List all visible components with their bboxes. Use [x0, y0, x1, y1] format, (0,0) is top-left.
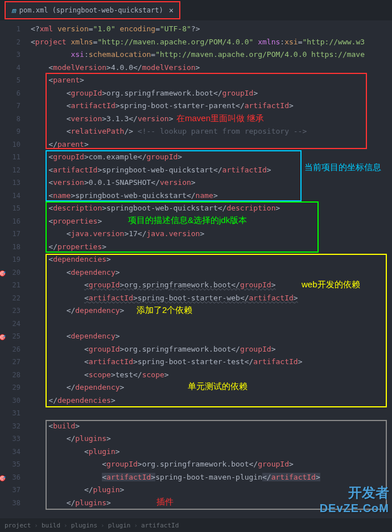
line-number: 30 — [0, 394, 28, 407]
code-line[interactable]: <artifactId>spring-boot-starter-web</art… — [31, 292, 392, 305]
line-number: 21 — [0, 279, 28, 292]
line-number: 1 — [0, 23, 28, 36]
breadcrumb-separator-icon: › — [101, 522, 105, 529]
line-number: 34 — [0, 446, 28, 459]
line-number: 28 — [0, 369, 28, 382]
code-line[interactable] — [31, 407, 392, 420]
line-number: 2 — [0, 36, 28, 49]
code-line[interactable]: <groupId>com.example</groupId> — [31, 151, 392, 164]
code-line[interactable]: <groupId>org.springframework.boot</group… — [31, 458, 392, 471]
code-line[interactable]: <artifactId>spring-boot-maven-plugin</ar… — [31, 471, 392, 484]
breadcrumb-item[interactable]: project — [5, 522, 31, 529]
line-number: 6 — [0, 87, 28, 100]
code-line[interactable] — [31, 317, 392, 331]
code-line[interactable]: <modelVersion>4.0.0</modelVersion> — [31, 61, 392, 75]
code-line[interactable]: <groupId>org.springframework.boot</group… — [31, 279, 392, 292]
breadcrumb-item[interactable]: plugin — [108, 522, 131, 529]
code-line[interactable]: </dependency> — [31, 304, 392, 317]
code-line[interactable]: xsi:schemaLocation="http://maven.apache.… — [31, 48, 392, 61]
line-number: 23 — [0, 304, 28, 317]
line-number: 38 — [0, 497, 28, 510]
line-number: 16 — [0, 215, 28, 228]
line-number: 5 — [0, 74, 28, 87]
line-number: 25🎯 — [0, 330, 28, 343]
line-number: 10 — [0, 138, 28, 151]
file-tab[interactable]: m pom.xml (springboot-web-quickstart) × — [5, 1, 180, 19]
tab-bar: m pom.xml (springboot-web-quickstart) × — [0, 0, 392, 20]
line-number: 36🎯 — [0, 471, 28, 484]
breadcrumb-separator-icon: › — [64, 522, 68, 529]
code-line[interactable]: </plugins> — [31, 432, 392, 446]
line-number: 19 — [0, 253, 28, 266]
code-line[interactable]: </plugins> — [31, 497, 392, 510]
code-line[interactable]: </properties> — [31, 241, 392, 254]
code-line[interactable]: <version>0.0.1-SNAPSHOT</version> — [31, 176, 392, 189]
line-number: 35 — [0, 458, 28, 471]
code-line[interactable]: </plugin> — [31, 484, 392, 497]
code-line[interactable]: <description>springboot-web-quickstart</… — [31, 202, 392, 215]
gutter-marker-icon: 🎯 — [0, 267, 6, 281]
code-line[interactable]: <project xmlns="http://maven.apache.org/… — [31, 36, 392, 49]
code-line[interactable]: <java.version>17</java.version> — [31, 228, 392, 241]
code-line[interactable]: <dependency> — [31, 266, 392, 279]
line-number: 15 — [0, 202, 28, 215]
code-content[interactable]: 在maven里面叫做 继承 当前项目的坐标信息 项目的描述信息&选择的jdk版本… — [28, 20, 392, 509]
line-number: 33 — [0, 432, 28, 446]
code-line[interactable]: <groupId>org.springframework.boot</group… — [31, 343, 392, 356]
line-number: 20🎯 — [0, 266, 28, 279]
line-number: 32 — [0, 420, 28, 433]
breadcrumb-item[interactable]: plugins — [71, 522, 97, 529]
tab-title: pom.xml (springboot-web-quickstart) — [19, 6, 163, 14]
line-number: 26 — [0, 343, 28, 356]
line-number: 11 — [0, 151, 28, 164]
code-line[interactable]: <scope>test</scope> — [31, 369, 392, 382]
code-line[interactable]: <plugin> — [31, 446, 392, 459]
code-line[interactable]: </dependencies> — [31, 394, 392, 407]
close-icon[interactable]: × — [169, 6, 174, 15]
code-line[interactable]: <artifactId>spring-boot-starter-test</ar… — [31, 356, 392, 369]
line-number: 4 — [0, 61, 28, 75]
code-line[interactable]: <dependencies> — [31, 253, 392, 266]
line-number: 18 — [0, 241, 28, 254]
code-line[interactable]: <dependency> — [31, 330, 392, 343]
code-line[interactable]: <artifactId>springboot-web-quickstart</a… — [31, 164, 392, 177]
line-number: 27 — [0, 356, 28, 369]
line-number: 3 — [0, 48, 28, 61]
code-line[interactable]: <?xml version="1.0" encoding="UTF-8"?> — [31, 23, 392, 36]
editor-area[interactable]: 1234567891011121314151617181920🎯21222324… — [0, 20, 392, 509]
maven-file-icon: m — [11, 6, 16, 15]
line-number-gutter: 1234567891011121314151617181920🎯21222324… — [0, 20, 28, 509]
breadcrumb-item[interactable]: artifactId — [141, 522, 179, 529]
line-number: 12 — [0, 164, 28, 177]
line-number: 24 — [0, 317, 28, 331]
line-number: 9 — [0, 125, 28, 138]
code-line[interactable]: <build> — [31, 420, 392, 433]
code-line[interactable]: </parent> — [31, 138, 392, 151]
line-number: 13 — [0, 176, 28, 189]
breadcrumb[interactable]: project›build›plugins›plugin›artifactId — [0, 518, 392, 532]
breadcrumb-separator-icon: › — [134, 522, 138, 529]
code-line[interactable]: <version>3.1.3</version> — [31, 113, 392, 126]
line-number: 14 — [0, 189, 28, 203]
line-number: 29 — [0, 381, 28, 394]
line-number: 31 — [0, 407, 28, 420]
code-line[interactable]: <groupId>org.springframework.boot</group… — [31, 87, 392, 100]
code-line[interactable]: <relativePath/> <!-- lookup parent from … — [31, 125, 392, 138]
code-line[interactable]: <name>springboot-web-quickstart</name> — [31, 189, 392, 203]
code-line[interactable]: <parent> — [31, 74, 392, 87]
line-number: 22 — [0, 292, 28, 305]
code-line[interactable]: <properties> — [31, 215, 392, 228]
breadcrumb-separator-icon: › — [34, 522, 38, 529]
line-number: 17 — [0, 228, 28, 241]
code-line[interactable]: </dependency> — [31, 381, 392, 394]
gutter-marker-icon: 🎯 — [0, 472, 6, 485]
line-number: 37 — [0, 484, 28, 497]
line-number: 7 — [0, 100, 28, 113]
gutter-marker-icon: 🎯 — [0, 331, 6, 344]
code-line[interactable]: <artifactId>spring-boot-starter-parent</… — [31, 100, 392, 113]
line-number: 8 — [0, 113, 28, 126]
breadcrumb-item[interactable]: build — [42, 522, 60, 529]
